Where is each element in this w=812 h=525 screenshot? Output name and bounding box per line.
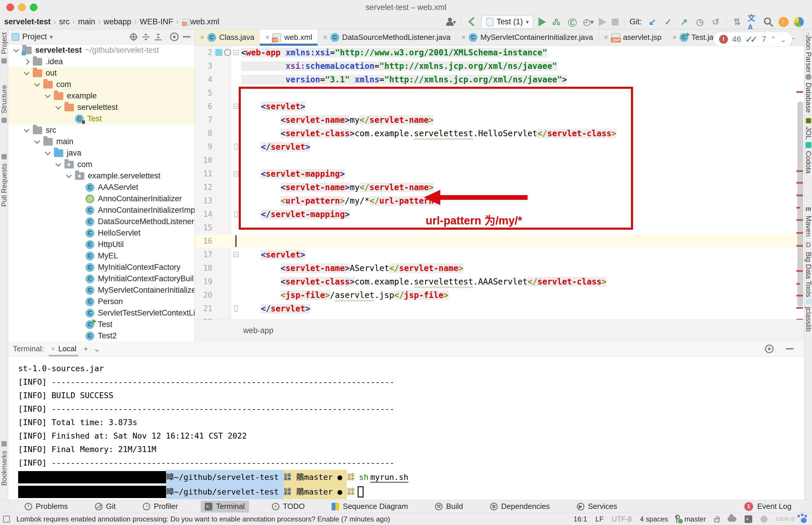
- tree-item[interactable]: CHttpUtil: [8, 239, 195, 250]
- editor-tab[interactable]: ×CClass.java: [195, 29, 260, 45]
- close-icon[interactable]: ×: [461, 33, 466, 42]
- code-line[interactable]: 18 <servlet-name>AServlet</servlet-name>: [195, 261, 804, 275]
- tree-item[interactable]: CMyInitialContextFactory: [8, 261, 195, 273]
- close-icon[interactable]: ×: [51, 344, 55, 353]
- fold-end-icon[interactable]: [234, 144, 238, 150]
- tree-item[interactable]: .idea: [8, 56, 195, 68]
- tree-item[interactable]: CHelloServlet: [8, 227, 195, 239]
- error-stripe-mark[interactable]: [796, 207, 800, 209]
- fold-open-icon[interactable]: –: [234, 50, 239, 55]
- line-separator[interactable]: LF: [596, 515, 604, 523]
- tree-item[interactable]: CPerson: [8, 296, 195, 307]
- plugin-sphere-icon[interactable]: [794, 17, 804, 27]
- terminal-tab-local[interactable]: × Local: [49, 341, 78, 357]
- tree-item[interactable]: CAnnoContainerInitializerImp: [8, 205, 195, 216]
- breadcrumb[interactable]: servelet-test›src›main›webapp›WEB-INF›we…: [0, 17, 220, 26]
- new-terminal-button[interactable]: +: [84, 344, 88, 354]
- breadcrumb-item[interactable]: servelet-test: [4, 17, 51, 26]
- git-update-icon[interactable]: ↙: [647, 17, 658, 27]
- fold-open-icon[interactable]: –: [234, 171, 239, 176]
- tree-item[interactable]: java: [8, 147, 195, 159]
- breadcrumb-item[interactable]: main: [78, 17, 95, 26]
- code-line[interactable]: 2–<web-app xmlns:xsi="http://www.w3.org/…: [195, 46, 804, 59]
- terminal-prompt-line[interactable]: 暲~/github/servelet-test 䢄 鵰master ● 䢄shm…: [18, 470, 804, 484]
- chevron-down-icon[interactable]: [45, 92, 51, 98]
- inspections-widget[interactable]: ! 46 ✓✓ 7 ⌃ ⌃: [713, 32, 792, 47]
- prev-issue-icon[interactable]: ⌃: [770, 35, 776, 43]
- tree-item[interactable]: src: [8, 124, 195, 136]
- tool-window-button-problems[interactable]: !Problems: [20, 501, 72, 512]
- error-stripe-mark[interactable]: [796, 245, 803, 247]
- tool-window-button-git[interactable]: ⎇Git: [91, 501, 120, 512]
- navigate-back-icon[interactable]: [467, 17, 476, 27]
- error-stripe[interactable]: [796, 46, 804, 341]
- gear-icon[interactable]: [170, 32, 179, 41]
- terminal-settings-icon[interactable]: [765, 345, 773, 353]
- code-line[interactable]: 22: [195, 315, 804, 320]
- tree-item[interactable]: CMyEL: [8, 250, 195, 261]
- tool-window-button-sequence-diagram[interactable]: Sequence Diagram: [328, 501, 412, 512]
- error-stripe-mark[interactable]: [796, 170, 803, 172]
- fold-open-icon[interactable]: –: [234, 104, 239, 109]
- editor-scrollbar[interactable]: [797, 101, 803, 306]
- lock-icon[interactable]: [714, 518, 719, 522]
- tree-item[interactable]: CServletTestServletContextLi: [8, 307, 195, 319]
- error-stripe-mark[interactable]: [796, 232, 803, 234]
- sidebar-item-pull-requests[interactable]: Pull Requests: [0, 152, 8, 207]
- code-line[interactable]: 4 version="3.1" xmlns="http://xmlns.jcp.…: [195, 73, 804, 86]
- tree-item[interactable]: com: [8, 159, 195, 170]
- tree-item[interactable]: CTest: [8, 319, 195, 330]
- run-button[interactable]: [538, 18, 546, 26]
- tool-window-switcher-icon[interactable]: [3, 515, 10, 523]
- file-encoding[interactable]: UTF-8: [612, 515, 632, 523]
- sidebar-item-maven[interactable]: mMaven: [805, 205, 812, 237]
- error-stripe-mark[interactable]: [796, 219, 803, 221]
- user-icon[interactable]: [446, 18, 453, 26]
- error-stripe-mark[interactable]: [796, 182, 803, 184]
- project-view-select[interactable]: Project ▾: [12, 32, 53, 41]
- tree-item[interactable]: servelettest: [8, 102, 195, 113]
- sidebar-item-codota[interactable]: Codota: [805, 142, 812, 174]
- breadcrumb-item[interactable]: WEB-INF: [140, 17, 173, 26]
- tree-item[interactable]: main: [8, 136, 195, 147]
- chevron-down-icon[interactable]: [55, 161, 61, 167]
- tree-item[interactable]: com: [8, 79, 195, 90]
- close-icon[interactable]: ×: [323, 33, 328, 42]
- translate-icon[interactable]: 文A: [748, 17, 758, 27]
- chevron-down-icon[interactable]: [24, 126, 30, 132]
- code-line[interactable]: 17– <servlet>: [195, 248, 804, 261]
- breadcrumb-item[interactable]: web.xml: [191, 17, 220, 26]
- sidebar-item-json-parser[interactable]: Json Parser: [805, 35, 812, 73]
- code-line[interactable]: 20 <jsp-file>/aservlet.jsp</jsp-file>: [195, 288, 804, 302]
- fold-end-icon[interactable]: [234, 305, 238, 312]
- coverage-button[interactable]: Ⓒ: [567, 17, 578, 27]
- chevron-down-icon[interactable]: [24, 70, 30, 75]
- fold-marker[interactable]: –: [231, 252, 241, 257]
- close-icon[interactable]: ×: [604, 33, 608, 42]
- terminal-prompt-line[interactable]: 暲~/github/servelet-test 䢄 鵰master ● 䢄: [18, 485, 804, 499]
- error-stripe-mark[interactable]: [796, 283, 800, 285]
- locate-file-icon[interactable]: [129, 32, 138, 41]
- tree-item[interactable]: example.servelettest: [8, 170, 195, 182]
- hide-terminal-icon[interactable]: [786, 348, 794, 349]
- tree-item[interactable]: @AnnoContainerInitializer: [8, 193, 195, 205]
- code-line[interactable]: 3 xsi:schemaLocation="http://xmlns.jcp.o…: [195, 59, 804, 73]
- close-icon[interactable]: ×: [265, 33, 270, 42]
- hide-panel-icon[interactable]: [182, 32, 191, 41]
- tool-window-button-terminal[interactable]: >_Terminal: [201, 501, 249, 512]
- history-icon[interactable]: ◷: [694, 17, 705, 27]
- status-message[interactable]: Lombok requires enabled annotation proce…: [16, 515, 390, 523]
- sidebar-item-big-data-tools[interactable]: DBig Data Tools: [805, 241, 812, 297]
- profiler-button[interactable]: ◴▾: [583, 17, 593, 27]
- tool-window-button-build[interactable]: ⚒Build: [431, 501, 467, 512]
- error-stripe-mark[interactable]: [796, 295, 803, 297]
- rollback-icon[interactable]: ↺: [710, 17, 721, 27]
- editor-tab[interactable]: ×CMyServletContainerInitializer.java: [456, 29, 599, 45]
- breadcrumb-item[interactable]: src: [59, 17, 70, 26]
- chevron-down-icon[interactable]: [45, 149, 51, 155]
- tree-item[interactable]: CDataSourceMethodListener: [8, 216, 195, 227]
- update-notification-icon[interactable]: ↑: [779, 17, 788, 27]
- search-icon[interactable]: [763, 17, 773, 27]
- tree-item[interactable]: servelet-test~/github/servelet-test: [8, 45, 195, 56]
- tool-window-button-services[interactable]: ▶Services: [573, 501, 621, 512]
